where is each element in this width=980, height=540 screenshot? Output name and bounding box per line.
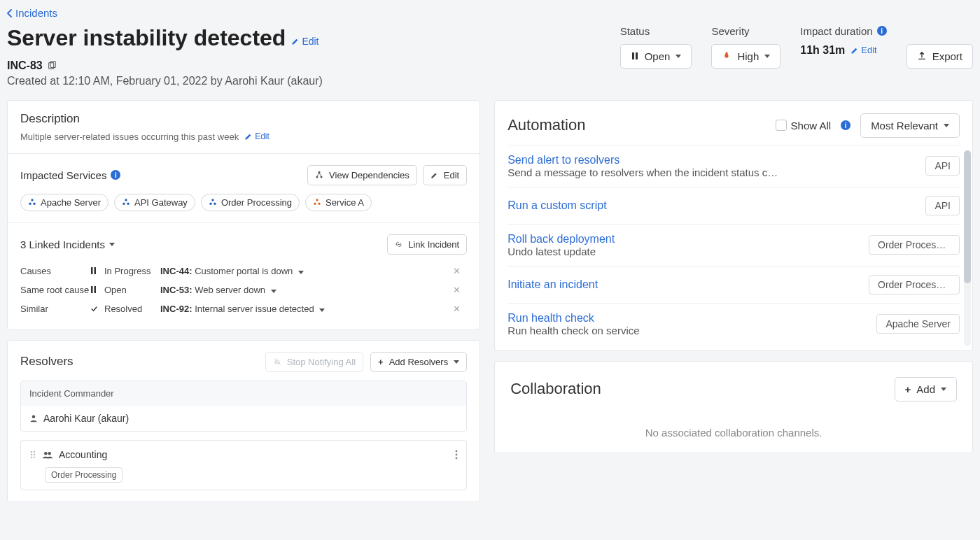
linked-incident-link[interactable]: INC-53: Web server down (160, 285, 453, 295)
user-icon (29, 414, 38, 422)
linked-status: In Progress (104, 266, 160, 276)
automation-item-title[interactable]: Initiate an incident (507, 278, 860, 291)
svg-rect-19 (91, 267, 93, 274)
unlink-icon[interactable]: ✕ (453, 266, 467, 276)
resolvers-card: Resolvers Stop Notifying All + Add Resol… (7, 340, 480, 502)
add-collaboration-button[interactable]: + Add (895, 377, 957, 402)
link-icon (395, 241, 402, 248)
chevron-down-icon (319, 308, 325, 312)
collaboration-card: Collaboration + Add No associated collab… (494, 361, 973, 453)
meta-block: Status Open Severity High (620, 25, 973, 69)
linked-incidents-toggle[interactable]: 3 Linked Incidents (20, 239, 115, 250)
service-chip-label: Service A (326, 197, 364, 208)
impact-label: Impact duration (800, 25, 872, 37)
service-chip[interactable]: Order Processing (201, 194, 300, 211)
chevron-down-icon (298, 271, 304, 274)
svg-point-26 (31, 453, 32, 455)
commander-header: Incident Commander (21, 381, 466, 406)
show-all-checkbox[interactable]: Show All (776, 120, 832, 132)
svg-point-12 (127, 203, 129, 205)
linked-relation: Similar (20, 304, 90, 314)
linked-relation: Same root cause (20, 285, 90, 295)
dependencies-icon (315, 171, 323, 179)
edit-impact-link[interactable]: Edit (850, 45, 876, 55)
add-resolvers-button[interactable]: + Add Resolvers (370, 352, 467, 372)
link-incident-button[interactable]: Link Incident (387, 234, 467, 255)
svg-point-17 (314, 203, 316, 205)
service-icon (209, 198, 217, 206)
impacted-title: Impacted Services (20, 169, 106, 181)
export-button[interactable]: Export (906, 44, 973, 69)
automation-item-title[interactable]: Run health check (507, 312, 868, 325)
svg-point-10 (125, 199, 127, 201)
upload-icon (917, 51, 927, 61)
status-icon (90, 305, 104, 313)
automation-item-tag: Order Process… (869, 235, 960, 255)
linked-relation: Causes (20, 266, 90, 276)
automation-item-tag: Order Process… (869, 275, 960, 294)
automation-item-sub: Undo latest update (507, 246, 816, 257)
chevron-down-icon (271, 290, 276, 293)
resolver-team-box: Accounting Order Processing (20, 440, 467, 490)
svg-rect-3 (636, 52, 638, 59)
automation-item-sub: Run health check on service (507, 325, 816, 336)
copy-icon[interactable] (47, 61, 57, 71)
checkbox-icon (776, 120, 787, 131)
pause-icon (631, 52, 639, 60)
commander-name: Aarohi Kaur (akaur) (43, 413, 129, 424)
svg-point-34 (456, 457, 458, 459)
service-chip[interactable]: Service A (305, 194, 372, 211)
svg-rect-21 (91, 286, 93, 293)
svg-point-31 (48, 452, 50, 455)
edit-services-button[interactable]: Edit (423, 165, 467, 185)
automation-item-title[interactable]: Run a custom script (507, 199, 917, 212)
drag-handle-icon[interactable] (29, 450, 36, 460)
svg-point-6 (321, 176, 323, 178)
info-icon[interactable]: i (111, 170, 120, 180)
resolvers-title: Resolvers (20, 355, 74, 369)
linked-incident-link[interactable]: INC-44: Customer portal is down (160, 266, 453, 276)
svg-point-13 (211, 199, 214, 201)
svg-point-23 (32, 415, 36, 418)
service-chip[interactable]: API Gateway (114, 194, 195, 211)
info-icon[interactable]: i (841, 120, 850, 130)
unlink-icon[interactable]: ✕ (453, 285, 467, 295)
severity-dropdown[interactable]: High (711, 44, 780, 69)
kebab-icon[interactable] (455, 450, 458, 460)
linked-incident-row: Causes In Progress INC-44: Customer port… (20, 262, 467, 280)
svg-rect-2 (632, 52, 634, 59)
bell-off-icon (273, 357, 281, 366)
unlink-icon[interactable]: ✕ (453, 304, 467, 314)
automation-title: Automation (507, 116, 585, 134)
breadcrumb-back[interactable]: Incidents (7, 7, 57, 19)
service-icon (313, 198, 321, 206)
scrollbar-thumb[interactable] (964, 150, 971, 283)
info-icon[interactable]: i (877, 26, 887, 36)
incident-commander-box: Incident Commander Aarohi Kaur (akaur) (20, 381, 467, 432)
automation-sort-dropdown[interactable]: Most Relevant (860, 113, 960, 138)
edit-description-link[interactable]: Edit (244, 132, 270, 141)
svg-rect-22 (94, 286, 97, 293)
edit-title-link[interactable]: Edit (291, 36, 318, 47)
service-icon (28, 198, 36, 206)
automation-item-title[interactable]: Roll back deployment (507, 233, 860, 246)
automation-item: Run health check Run health check on ser… (507, 303, 960, 345)
service-chip-label: Order Processing (221, 197, 292, 208)
service-chip[interactable]: Apache Server (20, 194, 108, 211)
team-name: Accounting (59, 449, 107, 460)
chevron-down-icon (941, 388, 946, 391)
view-dependencies-button[interactable]: View Dependencies (307, 165, 417, 185)
linked-incident-link[interactable]: INC-92: Internal server issue detected (160, 304, 453, 314)
service-chip-label: Apache Server (41, 197, 101, 208)
plus-icon: + (378, 357, 384, 367)
svg-point-14 (209, 203, 211, 205)
chevron-down-icon (109, 243, 115, 246)
status-icon (90, 267, 104, 274)
status-dropdown[interactable]: Open (620, 44, 692, 69)
automation-item-tag: API (925, 196, 960, 215)
created-line: Created at 12:10 AM, February 01, 2022 b… (7, 75, 620, 87)
automation-item-title[interactable]: Send alert to resolvers (507, 154, 917, 166)
svg-rect-20 (94, 267, 97, 274)
automation-item-tag: Apache Server (876, 314, 960, 334)
linked-status: Open (104, 285, 160, 295)
